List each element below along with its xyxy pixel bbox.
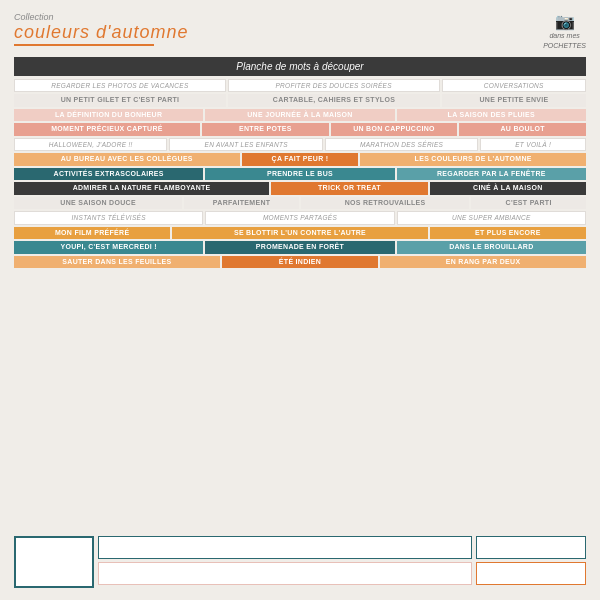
label-item: PARFAITEMENT: [184, 197, 299, 209]
label-item: moments partagés: [205, 211, 394, 225]
label-row-row7: activités extrascolairesprendre le busre…: [14, 168, 586, 180]
label-row-row12: YOUPI, C'EST MERCREDI !PROMENADE EN FORÊ…: [14, 241, 586, 253]
label-row-row2: UN PETIT GILET ET C'EST PARTICARTABLE, C…: [14, 94, 586, 106]
label-item: LA DÉFINITION DU BONHEUR: [14, 109, 203, 121]
label-item: CARTABLE, CAHIERS ET STYLOS: [228, 94, 440, 106]
collection-label: Collection: [14, 12, 189, 22]
label-item: Halloween, j'adore !!: [14, 138, 167, 152]
blank-sm-1: [98, 536, 472, 559]
label-item: EN RANG PAR DEUX: [380, 256, 586, 268]
label-item: UN PETIT GILET ET C'EST PARTI: [14, 94, 226, 106]
blank-med-2: [476, 562, 586, 585]
label-item: Marathon des séries: [325, 138, 478, 152]
label-item: AU BUREAU AVEC LES COLLÈGUES: [14, 153, 240, 165]
label-item: Et voilà !: [480, 138, 586, 152]
label-item: ENTRE POTES: [202, 123, 329, 135]
label-item: regarder par la fenêtre: [397, 168, 586, 180]
blank-boxes-row: [14, 536, 586, 588]
label-item: ÉTÉ INDIEN: [222, 256, 378, 268]
label-item: LES COULEURS DE L'AUTOMNE: [360, 153, 586, 165]
blank-small-group: [98, 536, 472, 588]
blank-right-group: [476, 536, 586, 588]
label-item: CINÉ À LA MAISON: [430, 182, 586, 194]
label-row-row8: ADMIRER LA NATURE FLAMBOYANTETRICK OR TR…: [14, 182, 586, 194]
label-item: NOS RETROUVAILLES: [301, 197, 469, 209]
title-italic: d'automne: [96, 22, 189, 42]
blank-sm-2: [98, 562, 472, 585]
label-row-row10: Instants télévisésmoments partagésune su…: [14, 211, 586, 225]
title-bold: COULEURS: [14, 22, 90, 42]
header: Collection COULEURS d'automne 📷 dans mes…: [14, 12, 586, 51]
label-item: Instants télévisés: [14, 211, 203, 225]
label-item: DANS LE BROUILLARD: [397, 241, 586, 253]
page: Collection COULEURS d'automne 📷 dans mes…: [0, 0, 600, 600]
label-item: ÇA FAIT PEUR !: [242, 153, 359, 165]
title: COULEURS d'automne: [14, 22, 189, 43]
label-item: SAUTER DANS LES FEUILLES: [14, 256, 220, 268]
label-item: AU BOULOT: [459, 123, 586, 135]
label-item: LA SAISON DES PLUIES: [397, 109, 586, 121]
brand-name: dans mes POCHETTES: [543, 31, 586, 51]
label-item: TRICK OR TREAT: [271, 182, 427, 194]
label-item: SE BLOTTIR L'UN CONTRE L'AUTRE: [172, 227, 427, 239]
label-row-row3: LA DÉFINITION DU BONHEURUNE JOURNÉE À LA…: [14, 109, 586, 121]
labels-grid: Regarder les photos de vacancesProfiter …: [14, 79, 586, 533]
label-row-row11: MON FILM PRÉFÉRÉSE BLOTTIR L'UN CONTRE L…: [14, 227, 586, 239]
label-item: MOMENT PRÉCIEUX CAPTURÉ: [14, 123, 200, 135]
label-item: UN BON CAPPUCCINO: [331, 123, 458, 135]
label-item: ET PLUS ENCORE: [430, 227, 586, 239]
label-item: Profiter des douces soirées: [228, 79, 440, 93]
blank-med-1: [476, 536, 586, 559]
label-item: Regarder les photos de vacances: [14, 79, 226, 93]
brand: 📷 dans mes POCHETTES: [543, 12, 586, 51]
label-item: Conversations: [442, 79, 587, 93]
title-underline: [14, 44, 154, 46]
label-item: MON FILM PRÉFÉRÉ: [14, 227, 170, 239]
label-item: ADMIRER LA NATURE FLAMBOYANTE: [14, 182, 269, 194]
label-item: UNE PETITE ENVIE: [442, 94, 586, 106]
header-left: Collection COULEURS d'automne: [14, 12, 189, 46]
label-row-row6: AU BUREAU AVEC LES COLLÈGUESÇA FAIT PEUR…: [14, 153, 586, 165]
label-item: En avant les enfants: [169, 138, 322, 152]
label-item: activités extrascolaires: [14, 168, 203, 180]
label-row-row9: UNE SAISON DOUCEPARFAITEMENTNOS RETROUVA…: [14, 197, 586, 209]
label-row-row5: Halloween, j'adore !!En avant les enfant…: [14, 138, 586, 152]
planche-title: Planche de mots à découper: [14, 57, 586, 76]
label-item: une super ambiance: [397, 211, 586, 225]
label-item: UNE JOURNÉE À LA MAISON: [205, 109, 394, 121]
label-item: YOUPI, C'EST MERCREDI !: [14, 241, 203, 253]
label-row-row13: SAUTER DANS LES FEUILLESÉTÉ INDIENEN RAN…: [14, 256, 586, 268]
label-row-row4: MOMENT PRÉCIEUX CAPTURÉENTRE POTESUN BON…: [14, 123, 586, 135]
label-item: C'EST PARTI: [471, 197, 586, 209]
blank-box-large: [14, 536, 94, 588]
label-item: PROMENADE EN FORÊT: [205, 241, 394, 253]
label-item: prendre le bus: [205, 168, 394, 180]
label-item: UNE SAISON DOUCE: [14, 197, 182, 209]
camera-icon: 📷: [543, 12, 586, 31]
label-row-row1: Regarder les photos de vacancesProfiter …: [14, 79, 586, 93]
